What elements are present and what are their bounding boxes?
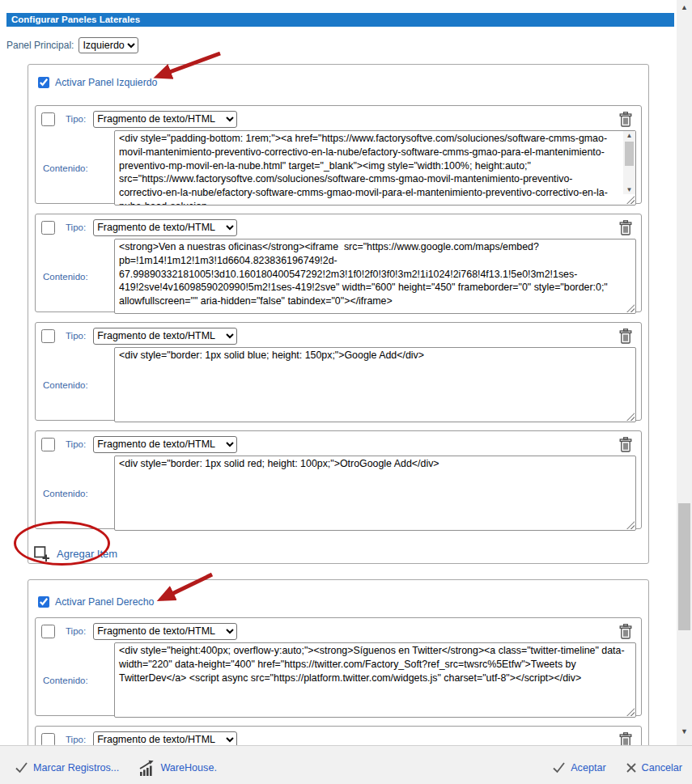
panel-item: Tipo: Fragmento de texto/HTML Contenido: [35,430,642,529]
panel-item: Tipo: Fragmento de texto/HTML Contenido: [35,214,642,312]
textarea-scrollbar[interactable]: ▲ ▼ [623,131,635,194]
contenido-label: Contenido: [40,163,114,173]
dialog-title: Configurar Paneles Laterales [11,15,140,24]
activar-panel-derecho-label: Activar Panel Derecho [55,596,154,608]
add-item-icon [33,545,50,562]
contenido-label: Contenido: [40,272,114,282]
cancelar-button[interactable]: Cancelar [626,762,682,773]
trash-icon[interactable] [619,112,632,127]
panel-item: Tipo: Fragmento de texto/HTML Contenido: [35,726,642,745]
tipo-label: Tipo: [66,331,86,341]
scroll-up-icon[interactable]: ▲ [626,131,633,140]
aceptar-button[interactable]: Aceptar [552,761,605,773]
page-scrollbar[interactable]: ▲ ▼ [677,0,692,745]
panel-item: Tipo: Fragmento de texto/HTML Contenido: [35,617,642,716]
contenido-textarea[interactable]: <div style="height:400px; overflow-y:aut… [114,642,636,718]
cancelar-label: Cancelar [642,762,682,773]
trash-icon[interactable] [619,437,632,452]
marcar-registros-label: Marcar Registros... [33,762,119,773]
footer-bar: Marcar Registros... WareHouse. Aceptar [0,745,692,784]
tipo-label: Tipo: [66,439,86,449]
agregar-item-label: Agregar Item [57,548,117,560]
aceptar-label: Aceptar [571,762,605,773]
scrollbar-down-icon[interactable]: ▼ [677,727,692,735]
scrollbar-thumb[interactable] [678,503,690,630]
item-select-checkbox[interactable] [41,221,55,235]
activar-panel-izquierdo-label: Activar Panel Izquierdo [55,77,157,88]
contenido-label: Contenido: [40,676,114,685]
check-icon [552,761,566,773]
tipo-label: Tipo: [66,735,86,744]
tipo-label: Tipo: [66,626,86,636]
panel-item: Tipo: Fragmento de texto/HTML Contenido: [35,322,642,421]
tipo-select[interactable]: Fragmento de texto/HTML [93,623,237,640]
tipo-label: Tipo: [66,114,86,124]
panel-item: Tipo: Fragmento de texto/HTML Contenido: [35,105,642,204]
panel-principal-select[interactable]: Izquierdo [79,37,138,53]
contenido-textarea[interactable]: <strong>Ven a nuestras oficinas</strong>… [114,239,636,314]
panel-principal-label: Panel Principal: [6,40,74,51]
tipo-label: Tipo: [66,222,86,232]
tipo-select[interactable]: Fragmento de texto/HTML [93,111,237,128]
item-select-checkbox[interactable] [41,733,55,746]
tipo-select[interactable]: Fragmento de texto/HTML [93,436,237,453]
trash-icon[interactable] [619,220,632,235]
agregar-item-button[interactable]: Agregar Item [33,539,642,568]
tipo-select[interactable]: Fragmento de texto/HTML [93,731,237,746]
item-select-checkbox[interactable] [41,438,55,451]
dialog: Configurar Paneles Laterales Panel Princ… [0,0,692,784]
right-panel-group: Activar Panel Derecho Tipo: Fragmento de… [28,579,649,745]
contenido-textarea[interactable]: <div style="border: 1px solid blue; heig… [114,347,636,422]
trash-icon[interactable] [619,624,632,639]
contenido-label: Contenido: [40,489,114,498]
dialog-titlebar: Configurar Paneles Laterales [6,13,674,27]
warehouse-chart-icon [138,760,155,776]
trash-icon[interactable] [619,732,632,746]
scroll-thumb[interactable] [625,142,634,166]
warehouse-button[interactable]: WareHouse. [138,760,217,776]
marcar-registros-button[interactable]: Marcar Registros... [15,761,119,773]
item-select-checkbox[interactable] [41,329,55,343]
activar-panel-izquierdo-checkbox[interactable] [38,77,49,88]
contenido-textarea[interactable]: <div style="border: 1px solid red; heigh… [114,456,636,531]
close-x-icon [626,762,637,773]
item-select-checkbox[interactable] [41,625,55,638]
contenido-label: Contenido: [40,380,114,390]
warehouse-label: WareHouse. [160,762,217,773]
check-icon [15,761,28,773]
scrollbar-up-icon[interactable]: ▲ [677,3,692,11]
item-select-checkbox[interactable] [41,112,55,126]
tipo-select[interactable]: Fragmento de texto/HTML [93,328,237,345]
tipo-select[interactable]: Fragmento de texto/HTML [93,219,237,236]
scroll-down-icon[interactable]: ▼ [626,185,633,194]
left-panel-group: Activar Panel Izquierdo Tipo: Fragmento … [28,64,649,564]
activar-panel-derecho-checkbox[interactable] [38,596,49,608]
contenido-textarea[interactable]: <div style="padding-bottom: 1rem;"><a hr… [114,130,636,206]
trash-icon[interactable] [619,328,632,344]
dialog-body: Configurar Paneles Laterales Panel Princ… [0,0,677,745]
